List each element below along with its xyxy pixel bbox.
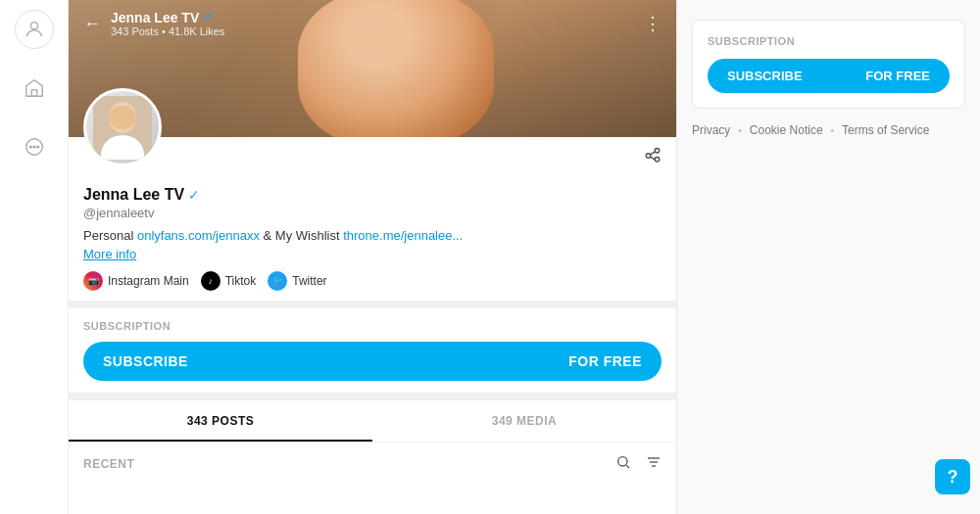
right-sub-label: SUBSCRIPTION xyxy=(708,35,950,47)
tiktok-label: Tiktok xyxy=(225,274,257,288)
subscription-section: SUBSCRIPTION SUBSCRIBE FOR FREE xyxy=(69,301,676,393)
footer-tos[interactable]: Terms of Service xyxy=(842,123,929,137)
footer-dot-2: • xyxy=(831,125,835,136)
recent-actions xyxy=(615,454,662,474)
profile-header-bar: ← Jenna Lee TV ✓ 343 Posts • 41.8K Likes… xyxy=(69,0,676,47)
profile-username: @jennaleetv xyxy=(83,206,662,220)
profile-name: Jenna Lee TV xyxy=(83,186,184,204)
svg-rect-1 xyxy=(31,90,37,96)
svg-line-13 xyxy=(626,465,629,468)
back-button[interactable]: ← xyxy=(83,14,101,34)
social-link-twitter[interactable]: 🐦 Twitter xyxy=(268,271,326,291)
bio-sep: & My Wishlist xyxy=(260,228,343,243)
subscribe-btn-left: SUBSCRIBE xyxy=(103,353,188,369)
tab-posts-label: 343 POSTS xyxy=(187,414,255,428)
social-link-instagram[interactable]: 📷 Instagram Main xyxy=(83,271,189,291)
main-content: ← Jenna Lee TV ✓ 343 Posts • 41.8K Likes… xyxy=(69,0,676,514)
social-links: 📷 Instagram Main ♪ Tiktok 🐦 Twitter xyxy=(83,271,662,291)
svg-point-4 xyxy=(33,146,35,148)
subscription-label: SUBSCRIPTION xyxy=(83,320,662,332)
header-stats: 343 Posts • 41.8K Likes xyxy=(111,25,644,37)
avatar-wrap xyxy=(83,88,162,166)
svg-line-11 xyxy=(650,152,655,155)
tabs-section: 343 POSTS 349 MEDIA xyxy=(69,393,676,443)
sidebar-icon-avatar[interactable] xyxy=(15,10,54,49)
profile-bio: Personal onlyfans.com/jennaxx & My Wishl… xyxy=(83,228,662,243)
tab-media[interactable]: 349 MEDIA xyxy=(372,400,676,442)
subscribe-btn-right: FOR FREE xyxy=(568,353,642,369)
filter-icon[interactable] xyxy=(646,454,662,474)
recent-bar: RECENT xyxy=(69,443,676,486)
right-sidebar: SUBSCRIPTION SUBSCRIBE FOR FREE Privacy … xyxy=(676,0,980,514)
right-subscribe-btn-right: FOR FREE xyxy=(865,69,930,83)
tiktok-icon: ♪ xyxy=(201,271,220,291)
tab-posts[interactable]: 343 POSTS xyxy=(69,400,372,442)
instagram-icon: 📷 xyxy=(83,271,103,291)
sidebar-icon-messages[interactable] xyxy=(15,127,54,166)
help-button[interactable]: ? xyxy=(935,459,970,494)
bio-text: Personal xyxy=(83,228,137,243)
recent-label: RECENT xyxy=(83,457,134,471)
tab-media-label: 349 MEDIA xyxy=(492,414,558,428)
sidebar-icon-home[interactable] xyxy=(15,69,54,108)
bio-link-throne[interactable]: throne.me/jennalee... xyxy=(343,228,463,243)
footer-privacy[interactable]: Privacy xyxy=(692,123,730,137)
svg-point-9 xyxy=(109,106,136,129)
verified-icon: ✓ xyxy=(188,187,200,203)
svg-point-0 xyxy=(30,23,37,29)
header-name-text: Jenna Lee TV xyxy=(111,10,199,25)
footer-links: Privacy • Cookie Notice • Terms of Servi… xyxy=(692,123,965,137)
more-info-link[interactable]: More info xyxy=(83,247,662,261)
footer-dot-1: • xyxy=(738,125,742,136)
right-subscribe-btn-left: SUBSCRIBE xyxy=(727,69,803,83)
header-info: Jenna Lee TV ✓ 343 Posts • 41.8K Likes xyxy=(111,10,644,37)
social-link-tiktok[interactable]: ♪ Tiktok xyxy=(201,271,257,291)
svg-point-5 xyxy=(36,146,38,148)
twitter-label: Twitter xyxy=(292,274,326,288)
header-more-button[interactable]: ⋮ xyxy=(644,13,662,34)
bio-link-onlyfans[interactable]: onlyfans.com/jennaxx xyxy=(137,228,260,243)
header-verified-icon: ✓ xyxy=(203,11,213,24)
svg-point-12 xyxy=(618,457,627,466)
profile-name-row: Jenna Lee TV ✓ xyxy=(83,186,662,204)
avatar xyxy=(83,88,162,166)
right-subscription-box: SUBSCRIPTION SUBSCRIBE FOR FREE xyxy=(692,20,965,109)
subscribe-button[interactable]: SUBSCRIBE FOR FREE xyxy=(83,342,662,381)
right-subscribe-button[interactable]: SUBSCRIBE FOR FREE xyxy=(708,59,950,93)
footer-cookie[interactable]: Cookie Notice xyxy=(750,123,823,137)
profile-info: Jenna Lee TV ✓ @jennaleetv Personal only… xyxy=(69,137,676,301)
svg-point-3 xyxy=(29,146,31,148)
search-icon[interactable] xyxy=(615,454,631,474)
header-name: Jenna Lee TV ✓ xyxy=(111,10,644,25)
sidebar xyxy=(0,0,69,514)
share-button[interactable] xyxy=(644,147,662,169)
twitter-icon: 🐦 xyxy=(268,271,287,291)
profile-section: ← Jenna Lee TV ✓ 343 Posts • 41.8K Likes… xyxy=(69,0,676,514)
instagram-label: Instagram Main xyxy=(108,274,189,288)
